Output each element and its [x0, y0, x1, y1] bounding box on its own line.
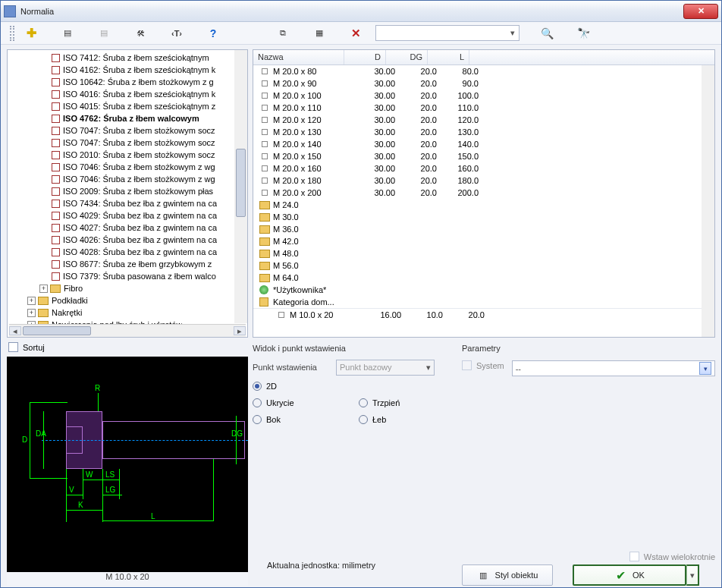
col-L[interactable]: L [428, 50, 469, 64]
radio-bok[interactable]: Bok [253, 415, 351, 424]
list-group-row[interactable]: M 48.0 [253, 247, 702, 259]
tree-checkbox[interactable] [52, 224, 60, 232]
user-row[interactable]: *Użytkownika* [253, 284, 702, 296]
tree-item[interactable]: ISO 4015: Śruba z łbem sześciokątnym z [8, 100, 247, 112]
expand-icon[interactable]: + [27, 297, 36, 305]
home-category-row[interactable]: Kategoria dom... [253, 296, 702, 308]
tree-item[interactable]: ISO 7412: Śruba z łbem sześciokątnym [8, 52, 247, 64]
tree-checkbox[interactable] [52, 187, 60, 196]
tree-checkbox[interactable] [52, 115, 60, 123]
tree-item[interactable]: ISO 7379: Śruba pasowana z łbem walco [8, 270, 247, 282]
expand-icon[interactable]: + [27, 309, 36, 317]
list-row[interactable]: M 20.0 x 12030.0020.0120.0 [253, 114, 702, 126]
tree-group[interactable]: +Nakrętki [8, 307, 247, 319]
search-dropdown-icon[interactable]: ▾ [507, 28, 519, 38]
list-vertical-scrollbar[interactable] [702, 65, 714, 337]
list-row[interactable]: M 20.0 x 13030.0020.0130.0 [253, 126, 702, 138]
tree-item[interactable]: ISO 4028: Śruba bez łba z gwintem na ca [8, 246, 247, 258]
list-group-row[interactable]: M 24.0 [253, 199, 702, 211]
list-group-row[interactable]: M 36.0 [253, 223, 702, 235]
tree-checkbox[interactable] [52, 175, 60, 184]
dropdown-icon[interactable]: ▾ [699, 362, 711, 375]
tree-item[interactable]: ISO 2009: Śruba z łbem stożkowym płas [8, 185, 247, 197]
tree-vertical-scrollbar[interactable] [234, 50, 247, 323]
text-insert-button[interactable]: ‹T› [168, 24, 186, 42]
list-row[interactable]: M 20.0 x 10030.0020.0100.0 [253, 90, 702, 102]
list-group-row[interactable]: M 56.0 [253, 259, 702, 272]
find-part-button[interactable]: 🔭 [574, 24, 592, 42]
col-DG[interactable]: DG [386, 50, 428, 64]
list-row[interactable]: M 20.0 x 15030.0020.0150.0 [253, 150, 702, 162]
insert-multiple-checkbox[interactable] [629, 552, 639, 561]
sheet1-button[interactable]: ▤ [58, 24, 77, 42]
tree-checkbox[interactable] [52, 272, 60, 281]
list-row-current[interactable]: M 10.0 x 2016.0010.020.0 [253, 308, 702, 320]
radio-trzpien[interactable]: Trzpień [359, 398, 457, 407]
scroll-left-icon[interactable]: ◂ [9, 326, 21, 335]
tree-item[interactable]: ISO 7046: Śruba z łbem stożkowym z wg [8, 173, 247, 185]
tree-checkbox[interactable] [52, 66, 60, 74]
list-row[interactable]: M 20.0 x 9030.0020.090.0 [253, 77, 702, 90]
grid-button[interactable]: ▦ [310, 24, 328, 42]
system-combo[interactable]: -- ▾ [512, 360, 715, 376]
tree-checkbox[interactable] [52, 212, 60, 220]
close-button[interactable]: ✕ [683, 4, 718, 19]
tree-item[interactable]: ISO 10642: Śruba z łbem stożkowym z g [8, 76, 247, 88]
list-row[interactable]: M 20.0 x 14030.0020.0140.0 [253, 138, 702, 150]
delete-button[interactable]: ✕ [347, 24, 365, 42]
style-button[interactable]: ▥ Styl obiektu [462, 564, 553, 586]
tree-view[interactable]: ISO 7412: Śruba z łbem sześciokątnymISO … [7, 49, 248, 338]
insertion-point-combo[interactable]: Punkt bazowy ▾ [336, 360, 435, 376]
sort-checkbox[interactable] [8, 342, 18, 352]
preview-canvas[interactable]: D DA R DG [7, 357, 248, 572]
col-name[interactable]: Nazwa [253, 50, 344, 64]
expand-icon[interactable]: + [39, 285, 48, 293]
search-input[interactable] [376, 29, 507, 38]
tree-item[interactable]: ISO 4026: Śruba bez łba z gwintem na ca [8, 234, 247, 246]
tree-item[interactable]: ISO 4162: Śruba z łbem sześciokątnym k [8, 64, 247, 76]
tree-checkbox[interactable] [52, 54, 60, 62]
tree-checkbox[interactable] [52, 236, 60, 244]
list-row[interactable]: M 20.0 x 16030.0020.0160.0 [253, 162, 702, 175]
tree-item[interactable]: ISO 7047: Śruba z łbem stożkowym socz [8, 137, 247, 149]
add-button[interactable]: ✚ [22, 24, 40, 42]
tree-item[interactable]: ISO 4016: Śruba z łbem sześciokątnym k [8, 88, 247, 100]
tree-checkbox[interactable] [52, 248, 60, 256]
tree-checkbox[interactable] [52, 163, 60, 171]
tree-group[interactable]: +Fibro [8, 282, 247, 294]
tree-item[interactable]: ISO 7047: Śruba z łbem stożkowym socz [8, 124, 247, 137]
search-field[interactable]: ▾ [375, 25, 520, 41]
tree-item[interactable]: ISO 8677: Śruba ze łbem grzybkowym z [8, 258, 247, 270]
tree-item[interactable]: ISO 2010: Śruba z łbem stożkowym socz [8, 149, 247, 161]
tree-item[interactable]: ISO 4027: Śruba bez łba z gwintem na ca [8, 222, 247, 234]
radio-leb[interactable]: Łeb [359, 415, 457, 424]
tools-button[interactable]: 🛠 [131, 24, 149, 42]
tree-checkbox[interactable] [52, 200, 60, 208]
help-button[interactable]: ? [204, 24, 222, 42]
radio-ukrycie[interactable]: Ukrycie [253, 398, 351, 407]
list-group-row[interactable]: M 42.0 [253, 235, 702, 247]
tree-checkbox[interactable] [52, 260, 60, 269]
col-D[interactable]: D [344, 50, 386, 64]
list-group-row[interactable]: M 64.0 [253, 272, 702, 284]
radio-2d[interactable]: 2D [253, 382, 351, 391]
copy-button[interactable]: ⧉ [274, 24, 292, 42]
tree-checkbox[interactable] [52, 151, 60, 159]
list-row[interactable]: M 20.0 x 8030.0020.080.0 [253, 65, 702, 77]
toolbar-gripper[interactable] [10, 26, 14, 41]
scroll-right-icon[interactable]: ▸ [234, 326, 246, 335]
tree-checkbox[interactable] [52, 78, 60, 86]
ok-split-button[interactable]: ▾ [686, 564, 699, 586]
tree-item[interactable]: ISO 7434: Śruba bez łba z gwintem na ca [8, 197, 247, 209]
tree-horizontal-scrollbar[interactable]: ◂ ▸ [9, 324, 246, 337]
list-row[interactable]: M 20.0 x 11030.0020.0110.0 [253, 102, 702, 114]
tree-group[interactable]: +Podkładki [8, 294, 247, 307]
list-row[interactable]: M 20.0 x 20030.0020.0200.0 [253, 187, 702, 199]
size-list[interactable]: Nazwa D DG L M 20.0 x 8030.0020.080.0M 2… [253, 49, 715, 338]
sheet2-button[interactable]: ▤ [95, 24, 113, 42]
tree-checkbox[interactable] [52, 139, 60, 147]
tree-item[interactable]: ISO 4029: Śruba bez łba z gwintem na ca [8, 209, 247, 222]
tree-checkbox[interactable] [52, 90, 60, 99]
system-checkbox[interactable] [462, 360, 472, 370]
tree-item[interactable]: ISO 4762: Śruba z łbem walcowym [8, 112, 247, 124]
